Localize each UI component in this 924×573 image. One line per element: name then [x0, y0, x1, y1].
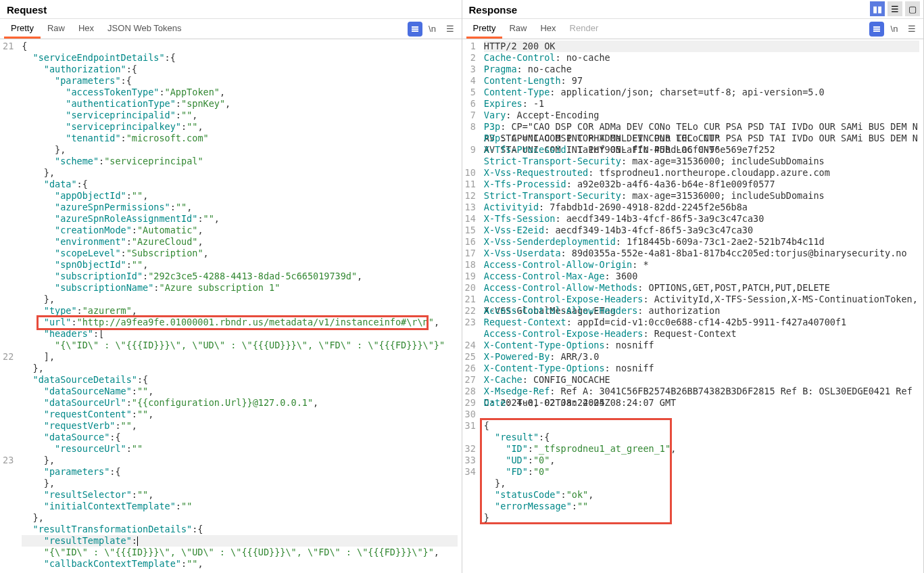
- header-line: Access-Control-Expose-Headers: Request-C…: [484, 328, 919, 340]
- code-line[interactable]: "azureSpnPermissions":"",: [22, 202, 457, 213]
- code-line[interactable]: "data":{: [22, 179, 457, 190]
- svg-rect-5: [873, 30, 880, 32]
- code-line[interactable]: "callbackContextTemplate":"",: [22, 558, 457, 570]
- code-line[interactable]: "creationMode":"Automatic",: [22, 225, 457, 236]
- code-line[interactable]: },: [22, 512, 457, 524]
- code-line[interactable]: "requestVerb":"",: [22, 420, 457, 432]
- code-line[interactable]: "dataSourceUrl":"{{configuration.Url}}@1…: [22, 397, 457, 409]
- header-line: X-Vss-E2eid: aecdf349-14b3-4fcf-86f5-3a9…: [484, 225, 919, 236]
- code-line[interactable]: "spnObjectId":"",: [22, 259, 457, 271]
- code-line[interactable]: "type":"azurerm",: [22, 305, 457, 317]
- tab-json-web-tokens[interactable]: JSON Web Tokens: [101, 19, 188, 39]
- layout-rows-icon[interactable]: ☰: [887, 1, 902, 16]
- header-line: Access-Control-Expose-Headers: ActivityI…: [484, 294, 919, 305]
- code-line[interactable]: "authenticationType":"spnKey",: [22, 98, 457, 110]
- code-line[interactable]: ],: [22, 351, 457, 363]
- tab-pretty[interactable]: Pretty: [4, 19, 41, 39]
- request-panel: Request PrettyRawHexJSON Web Tokens \n ☰…: [0, 0, 462, 573]
- code-line[interactable]: "subscriptionId":"292c3ce5-4288-4413-8da…: [22, 271, 457, 282]
- code-line[interactable]: "accessTokenType":"AppToken",: [22, 87, 457, 98]
- header-line: X-Tfs-Session: aecdf349-14b3-4fcf-86f5-3…: [484, 213, 919, 225]
- actions-icon[interactable]: [408, 22, 422, 37]
- code-line[interactable]: },: [22, 363, 457, 374]
- tab-raw[interactable]: Raw: [41, 19, 72, 39]
- response-title: Response: [462, 0, 924, 19]
- header-line: Vary: Accept-Encoding: [484, 110, 919, 121]
- header-line: X-Vss-Requestrouted: tfsprodneu1.northeu…: [484, 167, 919, 179]
- code-line[interactable]: "url":"http://a9fea9fe.01000001.rbndr.us…: [22, 317, 457, 328]
- layout-columns-icon[interactable]: ▮▮: [870, 1, 885, 16]
- code-line[interactable]: "environment":"AzureCloud",: [22, 236, 457, 248]
- tab-hex[interactable]: Hex: [533, 19, 562, 39]
- header-line: Access-Control-Allow-Origin: *: [484, 259, 919, 271]
- code-line[interactable]: },: [22, 144, 457, 156]
- header-line: X-Content-Type-Options: nosniff: [484, 340, 919, 351]
- newline-toggle[interactable]: \n: [887, 22, 902, 37]
- actions-icon[interactable]: [869, 22, 884, 37]
- header-line: Access-Control-Allow-Methods: OPTIONS,GE…: [484, 282, 919, 294]
- header-line: Date: Tue, 02 Jan 2024 08:24:07 GMT: [484, 397, 919, 409]
- code-line[interactable]: "resultSelector":"",: [22, 489, 457, 501]
- tab-hex[interactable]: Hex: [72, 19, 101, 39]
- code-line[interactable]: "azureSpnRoleAssignmentId":"",: [22, 213, 457, 225]
- header-line: X-Msedge-Ref: Ref A: 3041C56FB2574B26BB7…: [484, 386, 919, 397]
- newline-toggle[interactable]: \n: [425, 22, 440, 37]
- code-line[interactable]: "serviceEndpointDetails":{: [22, 52, 457, 64]
- header-line: Cache-Control: no-cache: [484, 52, 919, 64]
- svg-rect-3: [873, 26, 880, 28]
- code-line[interactable]: "resultTransformationDetails":{: [22, 524, 457, 535]
- code-line[interactable]: },: [22, 478, 457, 489]
- header-line: X-Powered-By: ARR/3.0: [484, 351, 919, 363]
- header-line: Request-Context: appId=cid-v1:0cc0e688-c…: [484, 317, 919, 328]
- code-line[interactable]: "appObjectId":"",: [22, 190, 457, 202]
- code-line[interactable]: "scopeLevel":"Subscription",: [22, 248, 457, 259]
- code-line[interactable]: "resultTemplate":: [22, 535, 457, 547]
- code-line[interactable]: "requestContent":"",: [22, 409, 457, 420]
- code-line[interactable]: "parameters":{: [22, 466, 457, 478]
- svg-rect-1: [412, 28, 418, 30]
- svg-rect-2: [412, 30, 418, 32]
- code-line[interactable]: "tenantid":"microsoft.com": [22, 133, 457, 144]
- request-editor[interactable]: 212223 { "serviceEndpointDetails":{ "aut…: [0, 39, 462, 573]
- layout-single-icon[interactable]: ▢: [905, 1, 920, 16]
- code-line[interactable]: },: [22, 455, 457, 466]
- header-line: X-Vss-Userdata: 89d0355a-552e-4a81-8ba1-…: [484, 248, 919, 259]
- code-line[interactable]: "parameters":{: [22, 75, 457, 87]
- code-line[interactable]: "dataSourceDetails":{: [22, 374, 457, 386]
- code-line[interactable]: "serviceprincipalkey":"",: [22, 121, 457, 133]
- header-line: Access-Control-Allow-Headers: authorizat…: [484, 305, 919, 317]
- response-tabs: PrettyRawHexRender \n ☰: [462, 19, 924, 39]
- code-line[interactable]: "headers":[: [22, 328, 457, 340]
- hamburger-icon[interactable]: ☰: [443, 22, 458, 37]
- code-line[interactable]: {: [22, 41, 457, 52]
- header-line: P3p: CP="CAO DSP COR ADMa DEV CONo TELo …: [484, 121, 919, 133]
- code-line: "errorMessage":"": [484, 501, 919, 512]
- code-line: "FD":"0": [484, 466, 919, 478]
- tab-raw[interactable]: Raw: [502, 19, 533, 39]
- header-line: Content-Type: application/json; charset=…: [484, 87, 919, 98]
- tab-pretty[interactable]: Pretty: [466, 19, 503, 39]
- header-line: Strict-Transport-Security: max-age=31536…: [484, 156, 919, 167]
- code-line[interactable]: "{\"ID\" : \"{{{ID}}}\", \"UD\" : \"{{{U…: [22, 547, 457, 558]
- request-title: Request: [0, 0, 462, 19]
- code-line[interactable]: "subscriptionName":"Azure subscription 1…: [22, 282, 457, 294]
- code-line[interactable]: "resourceUrl":"": [22, 443, 457, 455]
- code-line[interactable]: },: [22, 294, 457, 305]
- code-line: "UD":"0",: [484, 455, 919, 466]
- code-line[interactable]: "serviceprincipalid":"",: [22, 110, 457, 121]
- header-line: X-Vss-Senderdeploymentid: 1f18445b-609a-…: [484, 236, 919, 248]
- code-line: },: [484, 478, 919, 489]
- code-line[interactable]: "scheme":"serviceprincipal": [22, 156, 457, 167]
- header-line: Pragma: no-cache: [484, 64, 919, 75]
- code-line[interactable]: },: [22, 167, 457, 179]
- header-line: X-Cache: CONFIG_NOCACHE: [484, 374, 919, 386]
- hamburger-icon[interactable]: ☰: [904, 22, 919, 37]
- code-line[interactable]: "{\"ID\" : \"{{{ID}}}\", \"UD\" : \"{{{U…: [22, 340, 457, 351]
- response-viewer[interactable]: 1234567891011121314151617181920212223242…: [462, 39, 924, 573]
- code-line[interactable]: "dataSourceName":"",: [22, 386, 457, 397]
- code-line[interactable]: "initialContextTemplate":"": [22, 501, 457, 512]
- code-line[interactable]: "dataSource":{: [22, 432, 457, 443]
- code-line[interactable]: "authorization":{: [22, 64, 457, 75]
- header-line: Strict-Transport-Security: max-age=31536…: [484, 190, 919, 202]
- header-line: X-Content-Type-Options: nosniff: [484, 363, 919, 374]
